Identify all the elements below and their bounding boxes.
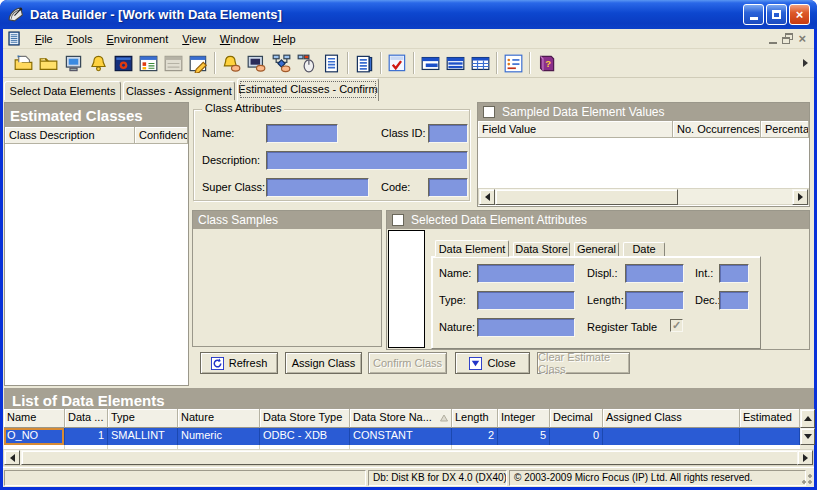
col-type[interactable]: Type [108,409,178,428]
cell-estimated[interactable] [740,428,800,445]
bell-edit-button[interactable] [219,51,244,76]
cell-decimal[interactable]: 0 [550,428,603,445]
scroll-left-button[interactable] [479,189,495,205]
de-name-input[interactable] [477,264,575,283]
description-input[interactable] [266,151,468,170]
col-estimated[interactable]: Estimated [740,409,800,428]
class-name-input[interactable] [266,124,338,143]
col-assigned-class[interactable]: Assigned Class [603,409,740,428]
column-header-percentage[interactable]: Percentage [761,121,809,138]
register-table-checkbox[interactable]: ✓ [670,319,683,332]
class-assign-button[interactable] [269,51,294,76]
de-length-input[interactable] [625,291,684,310]
sampled-values-checkbox[interactable] [483,106,495,118]
menu-tools[interactable]: Tools [60,31,100,47]
class-id-input[interactable] [428,124,468,143]
de-nature-input[interactable] [477,318,575,337]
cell-type[interactable]: SMALLINT [108,428,178,445]
properties-window-button[interactable] [136,51,161,76]
col-data-store-type[interactable]: Data Store Type [260,409,350,428]
confirm-window-button[interactable] [385,51,410,76]
sampled-values-list[interactable] [478,138,809,188]
cell-assigned-class[interactable] [603,428,740,445]
col-data-store-name[interactable]: Data Store Na... [350,409,452,428]
scroll-left-button[interactable] [4,450,20,465]
class-samples-area[interactable] [193,229,381,346]
options-list-button[interactable] [501,51,526,76]
edit-window-button[interactable] [186,51,211,76]
col-nature[interactable]: Nature [178,409,260,428]
resize-grip[interactable] [800,473,813,486]
scroll-right-button[interactable] [797,450,813,465]
col-length[interactable]: Length [452,409,498,428]
mdi-minimize-button[interactable] [769,32,777,44]
table-hscrollbar[interactable] [3,449,814,466]
col-data-no[interactable]: Data ... [65,409,108,428]
minimize-button[interactable] [743,4,764,25]
col-name[interactable]: Name [4,409,65,428]
scroll-thumb[interactable] [495,189,678,205]
folder-button[interactable] [36,51,61,76]
mdi-restore-button[interactable] [782,33,793,44]
tab-select-data-elements[interactable]: Select Data Elements [4,81,121,100]
column-header-no-occurrences[interactable]: No. Occurrences [673,121,761,138]
close-panel-button[interactable]: Close [455,352,530,374]
menu-help[interactable]: Help [266,31,303,47]
mouse-diagram-button[interactable] [294,51,319,76]
cell-length[interactable]: 2 [452,428,498,445]
data-elements-list-button[interactable] [352,51,377,76]
selected-attrs-listbox[interactable] [388,230,425,348]
monitor-button[interactable] [61,51,86,76]
help-button[interactable]: ? [534,51,559,76]
toolbar-overflow-arrow[interactable] [803,59,808,67]
refresh-button[interactable]: Refresh [200,352,278,374]
menu-window[interactable]: Window [213,31,266,47]
tab-classes-assignment[interactable]: Classes - Assignment [123,81,235,100]
table-scroll-up-button[interactable] [800,409,815,428]
document-list-button[interactable] [319,51,344,76]
selected-attrs-checkbox[interactable] [392,214,404,226]
cell-data-store-name[interactable]: CONSTANT [350,428,452,445]
maximize-button[interactable] [766,4,787,25]
code-input[interactable] [428,178,468,197]
subtab-data-element[interactable]: Data Element [435,240,509,257]
menu-view[interactable]: View [175,31,213,47]
cell-data-store-type[interactable]: ODBC - XDB [260,428,350,445]
cell-integer[interactable]: 5 [498,428,550,445]
document-system-icon[interactable] [7,31,22,46]
alerts-button[interactable] [86,51,111,76]
estimated-classes-list[interactable] [5,144,188,384]
menu-file[interactable]: File [28,31,60,47]
sampled-values-hscrollbar[interactable] [478,188,809,205]
open-file-button[interactable] [11,51,36,76]
rows-window-button[interactable] [443,51,468,76]
mdi-close-button[interactable]: × [798,33,806,44]
scroll-thumb[interactable] [21,450,799,465]
de-dec-input[interactable] [719,291,749,310]
table-scroll-down-button[interactable] [800,428,815,445]
subtab-date[interactable]: Date [623,242,665,256]
close-button[interactable]: × [789,4,810,25]
de-type-input[interactable] [477,291,575,310]
cell-data-no[interactable]: 1 [65,428,108,445]
super-class-input[interactable] [266,178,369,197]
component-window-button[interactable] [111,51,136,76]
cell-name[interactable]: O_NO [4,428,65,445]
monitor-hand-button[interactable] [244,51,269,76]
de-displ-input[interactable] [625,264,684,283]
de-int-input[interactable] [719,264,749,283]
column-header-confidence[interactable]: Confidence [135,127,188,144]
subtab-general[interactable]: General [574,242,619,256]
menu-environment[interactable]: Environment [99,31,175,47]
table-row[interactable]: O_NO 1 SMALLINT Numeric ODBC - XDB CONST… [4,428,800,445]
cell-nature[interactable]: Numeric [178,428,260,445]
col-integer[interactable]: Integer [498,409,550,428]
assign-class-button[interactable]: Assign Class [285,352,362,374]
col-decimal[interactable]: Decimal [550,409,603,428]
grid-table-button[interactable] [468,51,493,76]
tiled-window-button[interactable] [418,51,443,76]
tab-estimated-classes-confirm[interactable]: Estimated Classes - Confirm [237,78,379,101]
column-header-class-description[interactable]: Class Description [5,127,135,144]
subtab-data-store[interactable]: Data Store [513,242,570,256]
column-header-field-value[interactable]: Field Value [478,121,673,138]
